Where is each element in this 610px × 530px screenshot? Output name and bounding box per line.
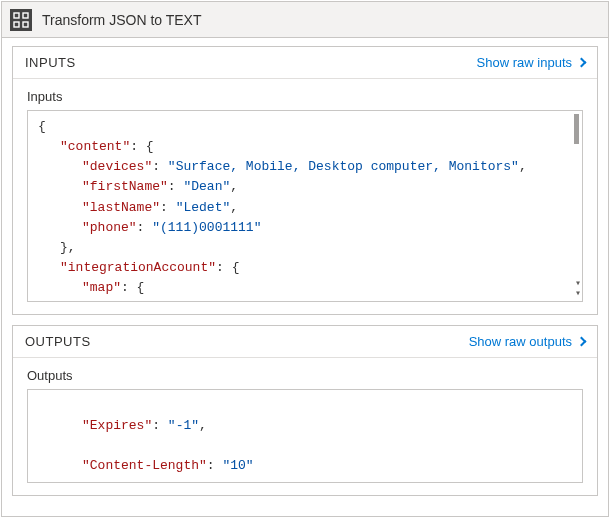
outputs-body: Outputs "Expires": "-1", "Content-Length… <box>13 358 597 495</box>
svg-rect-0 <box>14 13 19 18</box>
outputs-section-title: OUTPUTS <box>25 334 91 349</box>
scrollbar-thumb[interactable] <box>574 114 579 144</box>
outputs-code-box: "Expires": "-1", "Content-Length": "10" … <box>27 389 583 483</box>
chevron-right-icon <box>577 58 587 68</box>
svg-rect-1 <box>23 13 28 18</box>
outputs-header: OUTPUTS Show raw outputs <box>13 326 597 358</box>
outputs-code[interactable]: "Expires": "-1", "Content-Length": "10" … <box>28 390 582 482</box>
inputs-sublabel: Inputs <box>27 89 583 104</box>
transform-icon <box>10 9 32 31</box>
show-raw-inputs-label: Show raw inputs <box>477 55 572 70</box>
svg-rect-3 <box>23 22 28 27</box>
outputs-sublabel: Outputs <box>27 368 583 383</box>
inputs-card: INPUTS Show raw inputs Inputs ▾▾ { "cont… <box>12 46 598 315</box>
action-title: Transform JSON to TEXT <box>42 12 201 28</box>
outputs-card: OUTPUTS Show raw outputs Outputs "Expire… <box>12 325 598 496</box>
content-area: INPUTS Show raw inputs Inputs ▾▾ { "cont… <box>2 38 608 516</box>
show-raw-outputs-label: Show raw outputs <box>469 334 572 349</box>
action-panel: Transform JSON to TEXT INPUTS Show raw i… <box>1 1 609 517</box>
inputs-header: INPUTS Show raw inputs <box>13 47 597 79</box>
scroll-down-icon[interactable]: ▾▾ <box>575 279 581 299</box>
titlebar: Transform JSON to TEXT <box>2 2 608 38</box>
chevron-right-icon <box>577 337 587 347</box>
inputs-section-title: INPUTS <box>25 55 76 70</box>
inputs-code-box: ▾▾ { "content": { "devices": "Surface, M… <box>27 110 583 302</box>
inputs-body: Inputs ▾▾ { "content": { "devices": "Sur… <box>13 79 597 314</box>
show-raw-inputs-link[interactable]: Show raw inputs <box>477 55 585 70</box>
inputs-code[interactable]: { "content": { "devices": "Surface, Mobi… <box>28 111 582 301</box>
svg-rect-2 <box>14 22 19 27</box>
show-raw-outputs-link[interactable]: Show raw outputs <box>469 334 585 349</box>
